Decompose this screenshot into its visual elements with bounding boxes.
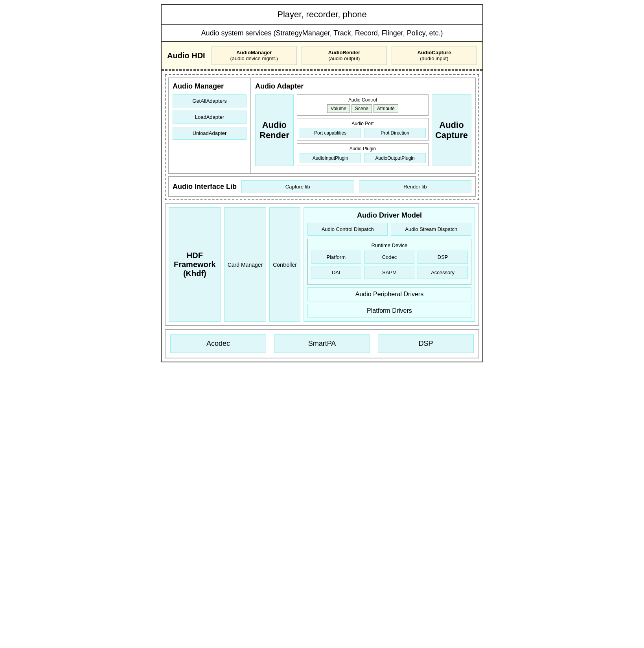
hdi-box-audiocapture: AudioCapture (audio input) — [392, 46, 477, 65]
getalladapters-box: GetAllAdapters — [173, 94, 247, 107]
capture-lib-box: Capture lib — [241, 180, 354, 193]
audio-adapter-title: Audio Adapter — [255, 82, 471, 90]
hdi-audiocapture-title: AudioCapture — [417, 50, 451, 55]
audio-plugin-title: Audio Plugin — [300, 146, 426, 151]
audio-manager-title: Audio Manager — [173, 82, 247, 90]
driver-model-title: Audio Driver Model — [307, 211, 471, 220]
ctrl-attribute: Attribute — [374, 104, 398, 113]
smartpa-box: SmartPA — [274, 334, 370, 353]
accessory-box: Accessory — [418, 266, 468, 279]
hdi-audiomanager-sub: (audio device mgmt.) — [230, 55, 278, 61]
render-lib-box: Render lib — [359, 180, 472, 193]
audio-render-box: AudioRender — [255, 94, 294, 166]
dsp-box: DSP — [418, 251, 468, 264]
acodec-box: Acodec — [170, 334, 266, 353]
hdi-box-audiomanager: AudioManager (audio device mgmt.) — [212, 46, 297, 65]
audio-services-row: Audio system services (StrategyManager, … — [162, 25, 482, 42]
audio-capture-label: AudioCapture — [435, 120, 468, 140]
interface-lib-boxes: Capture lib Render lib — [241, 180, 471, 193]
loadadapter-label: LoadAdapter — [195, 114, 224, 120]
audio-stream-dispatch-box: Audio Stream Dispatch — [391, 223, 471, 236]
audio-capture-box: AudioCapture — [432, 94, 471, 166]
runtime-row-1: Platform Codec DSP — [311, 251, 468, 264]
hdf-framework-box: HDF Framework (Khdf) — [169, 207, 221, 322]
player-label: Player, recorder, phone — [277, 9, 366, 19]
sapm-box: SAPM — [364, 266, 415, 279]
dai-box: DAI — [311, 266, 361, 279]
audio-port-title: Audio Port — [300, 121, 426, 126]
audio-port-block: Audio Port Port capablities Prot Directi… — [297, 118, 429, 141]
hdi-row: Audio HDI AudioManager (audio device mgm… — [162, 42, 482, 70]
player-row: Player, recorder, phone — [162, 5, 482, 25]
audio-render-label: AudioRender — [259, 120, 289, 140]
peripheral-drivers-box: Audio Peripheral Drivers — [307, 287, 471, 301]
audio-manager-col: Audio Manager GetAllAdapters LoadAdapter… — [169, 78, 251, 173]
hdf-framework-label: HDF Framework (Khdf) — [174, 251, 216, 278]
driver-model-section: HDF Framework (Khdf) Card Manager Contro… — [165, 203, 479, 326]
hdi-boxes: AudioManager (audio device mgmt.) AudioR… — [212, 46, 477, 65]
unloadadapter-label: UnloadAdapter — [193, 130, 227, 136]
ctrl-scene: Scene — [351, 104, 372, 113]
hdi-audiocapture-sub: (audio input) — [420, 55, 448, 61]
audio-control-items: Volume Scene Attribute — [300, 104, 426, 113]
runtime-device-title: Runtime Device — [311, 242, 468, 248]
hdi-label: Audio HDI — [167, 51, 205, 60]
card-manager-box: Card Manager — [224, 207, 267, 322]
codec-box: Codec — [364, 251, 415, 264]
audio-control-title: Audio Control — [300, 97, 426, 103]
main-diagram: Player, recorder, phone Audio system ser… — [161, 4, 483, 362]
audio-control-dispatch-box: Audio Control Dispatch — [307, 223, 388, 236]
driver-content: HDF Framework (Khdf) Card Manager Contro… — [169, 207, 475, 322]
unloadadapter-box: UnloadAdapter — [173, 127, 247, 140]
getalladapters-label: GetAllAdapters — [192, 98, 226, 104]
port-capabilities: Port capablities — [300, 128, 361, 138]
plugin-items: AudioInputPlugin AudioOutputPlugin — [300, 153, 426, 163]
hdi-audiorender-sub: (audio output) — [328, 55, 360, 61]
controller-label: Controller — [273, 262, 297, 268]
audio-services-label: Audio system services (StrategyManager, … — [201, 29, 443, 37]
card-manager-label: Card Manager — [228, 262, 263, 268]
controller-box: Controller — [269, 207, 300, 322]
hdi-audiorender-title: AudioRender — [328, 50, 361, 55]
platform-box: Platform — [311, 251, 361, 264]
dsp-bottom-box: DSP — [378, 334, 474, 353]
hdi-box-audiorender: AudioRender (audio output) — [302, 46, 387, 65]
port-direction: Prot Direction — [364, 128, 426, 138]
adapter-center: Audio Control Volume Scene Attribute Aud… — [297, 94, 429, 166]
runtime-device-block: Runtime Device Platform Codec DSP DAI SA… — [307, 239, 471, 285]
dispatch-row: Audio Control Dispatch Audio Stream Disp… — [307, 223, 471, 236]
audio-plugin-block: Audio Plugin AudioInputPlugin AudioOutpu… — [297, 143, 429, 166]
ctrl-volume: Volume — [327, 104, 350, 113]
plugin-input: AudioInputPlugin — [300, 153, 361, 163]
plugin-output: AudioOutputPlugin — [364, 153, 426, 163]
audio-adapter-col: Audio Adapter AudioRender Audio Control … — [251, 78, 475, 173]
audio-control-block: Audio Control Volume Scene Attribute — [297, 94, 429, 116]
runtime-row-2: DAI SAPM Accessory — [311, 266, 468, 279]
interface-lib-row: Audio Interface Lib Capture lib Render l… — [168, 176, 476, 197]
interface-lib-label: Audio Interface Lib — [173, 183, 237, 191]
hdi-audiomanager-title: AudioManager — [236, 50, 272, 55]
platform-drivers-box: Platform Drivers — [307, 304, 471, 318]
port-items: Port capablities Prot Direction — [300, 128, 426, 138]
bottom-row: Acodec SmartPA DSP — [165, 329, 479, 358]
driver-right-col: Audio Driver Model Audio Control Dispatc… — [304, 207, 475, 322]
loadadapter-box: LoadAdapter — [173, 111, 247, 124]
adapter-top-row: AudioRender Audio Control Volume Scene A… — [255, 94, 471, 166]
